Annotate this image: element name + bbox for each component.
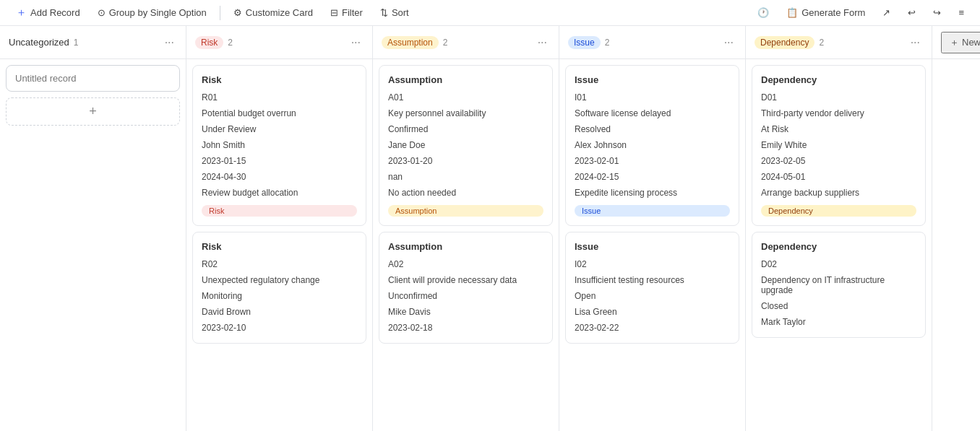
dependency-card-2-row-0: D02 xyxy=(761,258,916,271)
assumption-card-2-row-3: Mike Davis xyxy=(388,305,543,318)
col-header-issue: Issue 2 ··· xyxy=(559,26,746,58)
risk-card-2-row-3: David Brown xyxy=(202,305,357,318)
share-button[interactable]: ↗ xyxy=(875,4,898,21)
risk-menu-btn[interactable]: ··· xyxy=(348,35,364,51)
dependency-count: 2 xyxy=(819,38,824,48)
dependency-card-1-row-3: Emily White xyxy=(761,139,916,152)
sort-button[interactable]: ⇅ Sort xyxy=(373,4,416,21)
dependency-card-2-row-2: Closed xyxy=(761,300,916,313)
share-icon: ↗ xyxy=(882,7,890,18)
redo-button[interactable]: ↪ xyxy=(926,4,948,21)
assumption-card-1-row-4: 2023-01-20 xyxy=(388,154,543,167)
risk-card-1-row-5: 2024-04-30 xyxy=(202,170,357,183)
risk-card-2: Risk R02 Unexpected regulatory change Mo… xyxy=(192,232,366,344)
add-record-button[interactable]: ＋ Add Record xyxy=(9,3,87,22)
redo-icon: ↪ xyxy=(933,7,941,18)
generate-form-label: Generate Form xyxy=(801,7,865,18)
plus-icon: ＋ xyxy=(950,36,959,49)
dependency-card-2: Dependency D02 Dependency on IT infrastr… xyxy=(752,232,926,338)
more-button[interactable]: ≡ xyxy=(951,4,971,21)
issue-card-2-title: Issue xyxy=(575,241,730,252)
risk-card-1-row-6: Review budget allocation xyxy=(202,186,357,199)
columns-strip: Uncategorized 1 ··· Risk 2 ··· Assumptio… xyxy=(0,26,980,59)
sort-label: Sort xyxy=(392,7,409,18)
col-header-assumption: Assumption 2 ··· xyxy=(373,26,559,58)
customize-icon: ⚙ xyxy=(233,7,242,18)
cards-area: + Risk R01 Potential budget overrun Unde… xyxy=(0,59,980,431)
risk-card-2-row-0: R02 xyxy=(202,258,357,271)
assumption-card-2-row-4: 2023-02-18 xyxy=(388,321,543,334)
issue-card-1-title: Issue xyxy=(575,74,730,85)
risk-card-2-title: Risk xyxy=(202,241,357,252)
dependency-card-2-title: Dependency xyxy=(761,241,916,252)
assumption-card-1-row-3: Jane Doe xyxy=(388,139,543,152)
assumption-card-1-tag: Assumption xyxy=(388,205,543,217)
more-icon: ≡ xyxy=(958,7,964,18)
plus-icon: ＋ xyxy=(16,6,27,19)
risk-card-1-row-4: 2023-01-15 xyxy=(202,154,357,167)
risk-card-1-tag: Risk xyxy=(202,205,357,217)
issue-card-1-row-0: I01 xyxy=(575,91,730,104)
risk-count: 2 xyxy=(228,38,233,48)
dependency-card-1-tag: Dependency xyxy=(761,205,916,217)
issue-card-1-row-5: 2024-02-15 xyxy=(575,170,730,183)
issue-card-2-row-3: Lisa Green xyxy=(575,305,730,318)
issue-card-1-tag: Issue xyxy=(575,205,730,217)
dependency-card-1: Dependency D01 Third-party vendor delive… xyxy=(752,65,926,226)
dependency-card-1-row-1: Third-party vendor delivery xyxy=(761,107,916,120)
risk-card-1-row-0: R01 xyxy=(202,91,357,104)
untitled-record-input[interactable] xyxy=(15,73,171,84)
risk-card-2-row-4: 2023-02-10 xyxy=(202,321,357,334)
dependency-menu-btn[interactable]: ··· xyxy=(908,35,923,51)
assumption-card-2-title: Assumption xyxy=(388,241,543,252)
dependency-card-2-row-1: Dependency on IT infrastructure upgrade xyxy=(761,274,916,297)
new-column-button[interactable]: ＋ New xyxy=(941,32,980,53)
sort-icon: ⇅ xyxy=(380,7,388,18)
filter-icon: ⊟ xyxy=(330,7,338,18)
assumption-card-1-row-0: A01 xyxy=(388,91,543,104)
toolbar-right: 🕐 📋 Generate Form ↗ ↩ ↪ ≡ xyxy=(750,4,971,21)
uncategorized-menu-btn[interactable]: ··· xyxy=(162,35,177,51)
col-uncategorized: + xyxy=(0,59,186,431)
dependency-card-1-row-0: D01 xyxy=(761,91,916,104)
col-risk: Risk R01 Potential budget overrun Under … xyxy=(186,59,373,431)
issue-card-1-row-6: Expedite licensing process xyxy=(575,186,730,199)
risk-card-1: Risk R01 Potential budget overrun Under … xyxy=(192,65,366,226)
undo-icon: ↩ xyxy=(908,7,916,18)
issue-badge: Issue xyxy=(568,36,601,49)
dependency-badge: Dependency xyxy=(755,36,814,49)
assumption-count: 2 xyxy=(443,38,448,48)
history-button[interactable]: 🕐 xyxy=(750,4,776,21)
risk-badge: Risk xyxy=(195,36,223,49)
clock-icon: 🕐 xyxy=(757,7,769,18)
assumption-card-2: Assumption A02 Client will provide neces… xyxy=(379,232,553,344)
assumption-card-2-row-1: Client will provide necessary data xyxy=(388,274,543,287)
risk-card-2-row-1: Unexpected regulatory change xyxy=(202,274,357,287)
col-header-risk: Risk 2 ··· xyxy=(186,26,373,58)
assumption-menu-btn[interactable]: ··· xyxy=(535,35,550,51)
risk-card-1-row-1: Potential budget overrun xyxy=(202,107,357,120)
assumption-card-1-row-6: No action needed xyxy=(388,186,543,199)
new-button-label: New xyxy=(962,37,980,48)
form-icon: 📋 xyxy=(786,7,798,18)
generate-form-button[interactable]: 📋 Generate Form xyxy=(779,4,872,21)
filter-button[interactable]: ⊟ Filter xyxy=(323,4,370,21)
uncategorized-label: Uncategorized xyxy=(9,37,69,48)
dependency-card-1-row-2: At Risk xyxy=(761,123,916,136)
filter-label: Filter xyxy=(342,7,363,18)
issue-menu-btn[interactable]: ··· xyxy=(721,35,736,51)
customize-card-button[interactable]: ⚙ Customize Card xyxy=(226,4,320,21)
issue-card-1-row-3: Alex Johnson xyxy=(575,139,730,152)
undo-button[interactable]: ↩ xyxy=(901,4,923,21)
col-header-uncategorized: Uncategorized 1 ··· xyxy=(0,26,186,58)
issue-card-2-row-0: I02 xyxy=(575,258,730,271)
new-column-header: ＋ New xyxy=(932,26,980,58)
issue-card-2-row-2: Open xyxy=(575,289,730,302)
assumption-card-1-title: Assumption xyxy=(388,74,543,85)
col-assumption: Assumption A01 Key personnel availabilit… xyxy=(373,59,559,431)
dependency-card-1-row-4: 2023-02-05 xyxy=(761,154,916,167)
group-by-button[interactable]: ⊙ Group by Single Option xyxy=(90,4,214,21)
add-row-button-uncategorized[interactable]: + xyxy=(6,97,180,126)
add-record-label: Add Record xyxy=(30,7,80,18)
dependency-card-1-row-5: 2024-05-01 xyxy=(761,170,916,183)
